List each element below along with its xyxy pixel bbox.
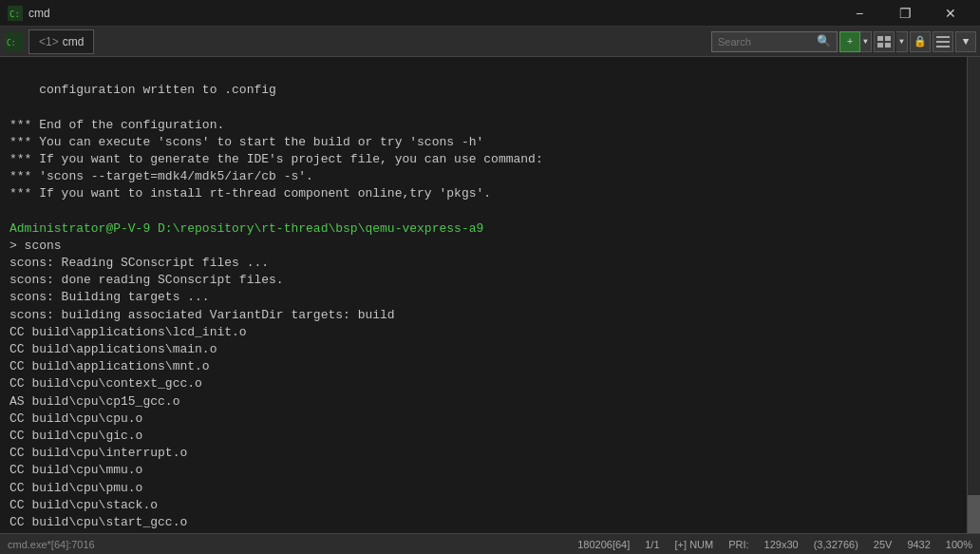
terminal-line: AS build\cpu\cp15_gcc.o [9, 394, 179, 409]
status-number: 9432 [907, 539, 930, 550]
minimize-button[interactable]: − [838, 0, 881, 27]
terminal-line: CC build\cpu\start_gcc.o [9, 515, 187, 529]
status-size: 129x30 [764, 539, 799, 550]
lock-button[interactable]: 🔒 [910, 31, 931, 52]
new-tab-button[interactable]: + [839, 31, 860, 52]
svg-rect-6 [877, 43, 883, 48]
new-tab-dropdown[interactable]: ▼ [860, 31, 872, 52]
status-voltage: 25V [874, 539, 893, 550]
svg-rect-5 [885, 36, 891, 41]
settings-button[interactable] [933, 31, 953, 52]
title-bar: C: cmd − ❐ ✕ [0, 0, 980, 27]
svg-rect-10 [936, 46, 950, 48]
search-input[interactable] [718, 36, 813, 48]
tab-badge: <1> [39, 35, 59, 48]
process-info: cmd.exe*[64]:7016 [8, 539, 95, 550]
terminal-line: scons: building associated VariantDir ta… [9, 308, 395, 322]
close-button[interactable]: ✕ [929, 0, 972, 27]
status-zoom: 100% [946, 539, 972, 550]
scrollbar-thumb[interactable] [968, 495, 980, 533]
terminal-line: CC build\cpu\pmu.o [9, 481, 142, 495]
more-button[interactable]: ▼ [955, 31, 976, 52]
terminal-line: CC build\cpu\context_gcc.o [9, 376, 202, 391]
status-items: 180206[64] 1/1 [+] NUM PRI: 129x30 (3,32… [577, 539, 972, 550]
window-title: cmd [28, 7, 50, 20]
terminal-line: *** If you want to generate the IDE's pr… [9, 152, 543, 166]
status-position: 180206[64] [577, 539, 630, 550]
terminal-line: Administrator@P-V-9 D:\repository\rt-thr… [9, 221, 483, 236]
status-mode: [+] NUM [675, 539, 714, 550]
terminal-line: CC build\cpu\interrupt.o [9, 446, 187, 460]
view-button-1[interactable] [874, 31, 895, 52]
terminal-line: scons: Reading SConscript files ... [9, 256, 269, 270]
terminal-line: scons: Building targets ... [9, 290, 210, 304]
app-icon: C: [8, 6, 23, 21]
svg-rect-4 [877, 36, 883, 41]
terminal-line: CC build\cpu\stack.o [9, 498, 158, 512]
terminal-output: configuration written to .config *** End… [0, 57, 980, 533]
svg-rect-7 [885, 43, 891, 48]
terminal-line: CC build\applications\lcd_init.o [9, 325, 247, 339]
search-box[interactable]: 🔍 [711, 31, 838, 52]
add-tab-btn[interactable]: + ▼ [839, 31, 872, 52]
terminal-line: *** If you want to install rt-thread com… [9, 186, 491, 201]
status-pages: 1/1 [645, 539, 659, 550]
terminal-line: CC build\applications\mnt.o [9, 359, 210, 373]
tab-icon: C: [4, 31, 25, 52]
status-coords: (3,32766) [814, 539, 858, 550]
search-icon[interactable]: 🔍 [817, 34, 831, 48]
terminal-line: scons: done reading SConscript files. [9, 273, 284, 287]
terminal-line: CC build\cpu\trap.o [9, 532, 150, 533]
terminal-line: configuration written to .config [9, 83, 276, 97]
restore-button[interactable]: ❐ [883, 0, 927, 27]
tab-bar: C: <1> cmd 🔍 + ▼ [0, 27, 980, 57]
terminal-line: CC build\applications\main.o [9, 342, 217, 356]
view-dropdown[interactable]: ▼ [896, 31, 908, 52]
toolbar-right: 🔍 + ▼ ▼ 🔒 [711, 31, 976, 52]
tab-title: cmd [63, 35, 85, 48]
status-bar: cmd.exe*[64]:7016 180206[64] 1/1 [+] NUM… [0, 533, 980, 554]
terminal-line: CC build\cpu\mmu.o [9, 463, 142, 477]
terminal-line: > scons [9, 239, 62, 253]
status-pri: PRI: [728, 539, 748, 550]
terminal-line: *** You can execute 'scons' to start the… [9, 135, 483, 149]
window-controls: − ❐ ✕ [838, 0, 972, 27]
svg-rect-8 [936, 36, 950, 38]
svg-text:C:: C: [7, 39, 16, 48]
terminal-line: CC build\cpu\gic.o [9, 429, 142, 443]
tab-cmd[interactable]: <1> cmd [28, 29, 94, 54]
vertical-scrollbar[interactable] [967, 57, 980, 533]
svg-text:C:: C: [9, 10, 20, 19]
svg-rect-9 [936, 41, 950, 43]
terminal-line: CC build\cpu\cpu.o [9, 411, 142, 426]
terminal-line: *** 'scons --target=mdk4/mdk5/iar/cb -s'… [9, 169, 313, 183]
terminal-line: *** End of the configuration. [9, 118, 224, 132]
